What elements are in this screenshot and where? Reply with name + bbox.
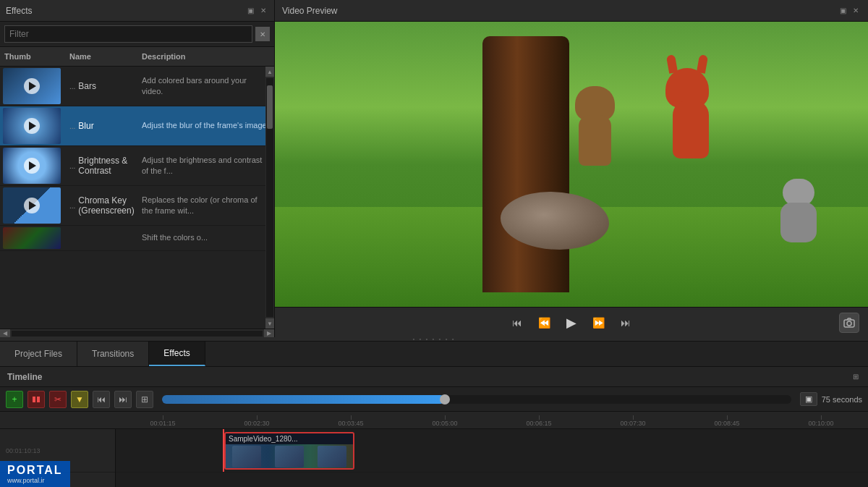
play-overlay	[24, 158, 40, 174]
jump-end-button[interactable]: ⏭	[114, 391, 132, 408]
scroll-thumb[interactable]	[267, 85, 273, 129]
screenshot-button[interactable]	[839, 313, 859, 333]
thumb-header: Thumb	[0, 50, 65, 63]
timeline-section: Timeline ⊞ + ✂ ▼ ⏮ ⏭ ⊞ ▣ 75 seconds 00:0…	[0, 367, 868, 487]
play-button[interactable]: ▶	[563, 312, 579, 334]
playhead[interactable]	[223, 429, 224, 472]
add-track-button[interactable]: +	[6, 391, 23, 408]
h-scroll-track[interactable]	[12, 331, 263, 336]
desc-header: Description	[137, 50, 274, 63]
clip-thumb-mini	[232, 446, 261, 467]
ruler-mark: 00:08:45	[680, 420, 774, 427]
scroll-left-arrow[interactable]: ◀	[0, 329, 10, 338]
tab-project-files[interactable]: Project Files	[0, 342, 77, 366]
camera-icon	[843, 318, 855, 328]
mouse-body	[780, 203, 817, 242]
brightness-thumb	[3, 148, 61, 184]
blur-name-cell: ... Blur	[65, 118, 137, 134]
snap-button[interactable]	[27, 391, 45, 408]
scrubber-thumb[interactable]	[440, 394, 450, 405]
scroll-down-arrow[interactable]: ▼	[265, 318, 274, 329]
timeline-ruler: 00:01:15 00:02:30 00:03:45 00:05:00 00:0…	[0, 412, 868, 429]
ruler-mark: 00:10:00	[774, 420, 868, 427]
scene-character-fox	[662, 64, 720, 180]
video-frame	[275, 22, 868, 307]
panel-minimize-icon[interactable]: ▣	[245, 6, 255, 16]
duration-icon: ▣	[800, 392, 817, 406]
tab-effects[interactable]: Effects	[149, 342, 205, 366]
bars-name: Bars	[78, 81, 96, 91]
play-triangle-icon	[29, 82, 36, 90]
effects-list: ... Bars Add colored bars around your vi…	[0, 67, 274, 307]
play-overlay	[24, 78, 40, 94]
list-item[interactable]: ... Blur Adjust the blur of the frame's …	[0, 106, 274, 146]
brightness-dots: ...	[69, 162, 75, 170]
video-clip[interactable]: SampleVideo_1280...	[224, 432, 354, 470]
jump-start-button[interactable]: ⏮	[93, 391, 110, 408]
horizontal-scrollbar[interactable]: ◀ ▶	[0, 329, 274, 337]
timeline-header: Timeline ⊞	[0, 367, 868, 387]
duration-label: 75 seconds	[822, 395, 862, 404]
skip-to-end-button[interactable]: ⏭	[618, 314, 634, 331]
scene-character-squirrel	[571, 79, 622, 180]
filter-input[interactable]	[4, 25, 252, 43]
fast-forward-button[interactable]: ⏩	[590, 314, 608, 331]
effects-scrollbar[interactable]: ▲ ▼	[265, 67, 274, 329]
panel-close-icon[interactable]: ✕	[258, 6, 268, 16]
scrubber-fill	[162, 395, 445, 404]
tab-transitions[interactable]: Transitions	[77, 342, 149, 366]
ruler-mark: 00:01:15	[116, 420, 210, 427]
play-triangle-icon	[29, 122, 36, 130]
scroll-up-arrow[interactable]: ▲	[265, 67, 274, 77]
clip-thumb-mini	[275, 446, 304, 467]
play-overlay	[24, 198, 40, 213]
clip-thumb-mini	[318, 446, 346, 467]
video-close-icon[interactable]: ✕	[851, 6, 861, 16]
video-controls: ⏮ ⏪ ▶ ⏩ ⏭	[275, 307, 868, 337]
bottom-tab-bar: Project Files Transitions Effects	[0, 341, 868, 367]
portal-name: PORTAL	[7, 464, 63, 477]
scroll-right-arrow[interactable]: ▶	[264, 329, 274, 338]
fox-body	[673, 101, 709, 158]
filter-clear-button[interactable]: ✕	[255, 27, 270, 41]
cut-button[interactable]: ✂	[49, 391, 67, 408]
snap-icon	[32, 395, 41, 404]
blur-name: Blur	[78, 121, 93, 131]
video-preview-area	[275, 22, 868, 307]
timeline-settings-button[interactable]: ⊞	[136, 391, 153, 408]
clip-thumbnail-strip	[226, 444, 353, 468]
portal-watermark: PORTAL www.portal.ir	[0, 461, 70, 487]
list-item[interactable]: ... Chroma Key (Greenscreen) Replaces th…	[0, 186, 274, 226]
list-item[interactable]: Shift the colors o...	[0, 226, 274, 251]
portal-url: www.portal.ir	[7, 477, 63, 484]
effects-panel-title: Effects	[6, 6, 32, 16]
bars-thumb	[3, 68, 61, 104]
name-header: Name	[65, 50, 137, 63]
effects-table-header: Thumb Name Description	[0, 47, 274, 67]
rewind-button[interactable]: ⏪	[535, 314, 553, 331]
timeline-expand-icon[interactable]: ⊞	[851, 372, 861, 382]
list-item[interactable]: ... Bars Add colored bars around your vi…	[0, 67, 274, 106]
brightness-description: Adjust the brightness and contrast of th…	[137, 152, 274, 180]
colorshift-name-cell	[65, 235, 137, 241]
timeline-duration: ▣ 75 seconds	[800, 392, 862, 406]
clip-label: SampleVideo_1280...	[226, 433, 353, 444]
effects-panel: Effects ▣ ✕ ✕ Thumb Name Description	[0, 0, 275, 337]
chroma-description: Replaces the color (or chroma of the fra…	[137, 192, 274, 220]
video-preview-panel: Video Preview ▣ ✕	[275, 0, 868, 337]
timeline-scrubber[interactable]	[162, 395, 791, 404]
filter-button[interactable]: ▼	[71, 391, 88, 408]
chroma-dots: ...	[69, 202, 75, 210]
skip-to-start-button[interactable]: ⏮	[509, 314, 525, 331]
scroll-track[interactable]	[266, 78, 273, 317]
playback-controls: ⏮ ⏪ ▶ ⏩ ⏭	[275, 312, 868, 334]
list-item[interactable]: ... Brightness & Contrast Adjust the bri…	[0, 146, 274, 186]
blur-thumb	[3, 108, 61, 144]
video-minimize-icon[interactable]: ▣	[838, 6, 848, 16]
squirrel-body	[579, 115, 611, 166]
timeline-toolbar: + ✂ ▼ ⏮ ⏭ ⊞ ▣ 75 seconds	[0, 387, 868, 412]
filter-bar: ✕	[0, 22, 274, 47]
play-overlay	[24, 118, 40, 134]
video-track-row: SampleVideo_1280...	[116, 429, 868, 473]
chroma-name: Chroma Key (Greenscreen)	[78, 195, 134, 216]
